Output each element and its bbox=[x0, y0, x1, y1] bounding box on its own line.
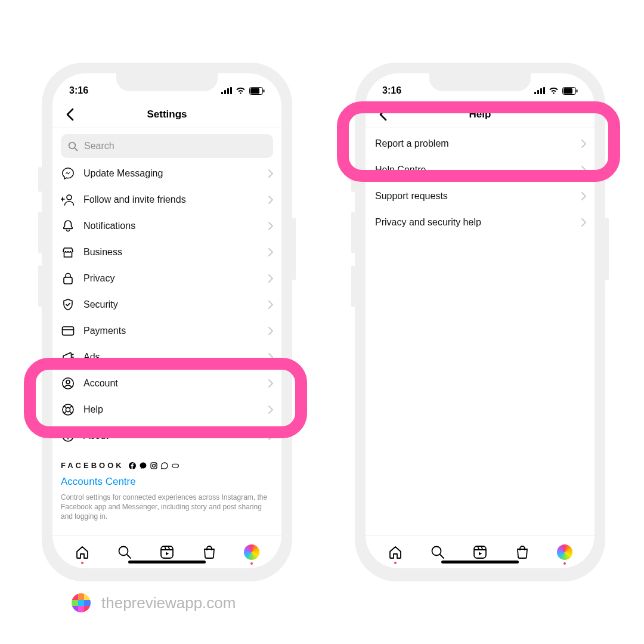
chevron-right-icon bbox=[581, 192, 586, 200]
search-input[interactable]: Search bbox=[61, 134, 273, 158]
svg-point-18 bbox=[67, 433, 69, 434]
row-label: Security bbox=[83, 299, 260, 310]
settings-row-update-messaging[interactable]: Update Messaging bbox=[61, 160, 273, 187]
svg-rect-36 bbox=[564, 88, 572, 94]
row-label: Ads bbox=[83, 352, 260, 363]
wifi-icon bbox=[549, 87, 559, 94]
tab-reels[interactable] bbox=[159, 544, 175, 561]
svg-rect-31 bbox=[534, 92, 536, 94]
svg-rect-5 bbox=[250, 88, 259, 94]
cellular-icon bbox=[534, 87, 545, 94]
svg-rect-0 bbox=[221, 92, 223, 94]
settings-content: Search Update Messaging Follow and invit… bbox=[52, 128, 281, 535]
svg-line-30 bbox=[168, 546, 170, 550]
profile-avatar-icon bbox=[244, 544, 259, 560]
svg-rect-2 bbox=[227, 88, 229, 94]
status-time: 3:16 bbox=[69, 85, 88, 96]
tab-home[interactable] bbox=[387, 544, 404, 561]
tab-profile[interactable] bbox=[556, 544, 573, 561]
svg-rect-21 bbox=[151, 462, 157, 468]
svg-line-26 bbox=[127, 555, 131, 558]
status-icons bbox=[221, 87, 265, 95]
help-row-privacy-security[interactable]: Privacy and security help bbox=[374, 209, 586, 236]
info-icon bbox=[61, 429, 75, 443]
row-label: Help bbox=[83, 404, 260, 415]
accounts-centre-description: Control settings for connected experienc… bbox=[61, 493, 273, 522]
settings-row-security[interactable]: Security bbox=[61, 292, 273, 318]
row-label: Help Centre bbox=[374, 165, 573, 175]
tab-search[interactable] bbox=[116, 544, 133, 561]
search-icon bbox=[117, 544, 132, 560]
chevron-left-icon bbox=[66, 108, 74, 121]
help-content: Report a problem Help Centre Support req… bbox=[366, 128, 595, 535]
row-label: Support requests bbox=[374, 191, 573, 202]
page-title: Settings bbox=[147, 109, 187, 120]
watermark: thepreviewapp.com bbox=[72, 593, 236, 612]
facebook-brand-icons bbox=[129, 462, 179, 469]
top-nav: Settings bbox=[52, 101, 281, 128]
page-title: Help bbox=[469, 109, 491, 120]
watermark-logo-icon bbox=[72, 593, 91, 612]
phone-mockup-left: 3:16 Settings Search bbox=[42, 63, 292, 581]
shop-icon bbox=[202, 544, 217, 560]
settings-row-business[interactable]: Business bbox=[61, 239, 273, 265]
svg-line-43 bbox=[481, 546, 483, 550]
tab-reels[interactable] bbox=[472, 544, 488, 561]
reels-icon bbox=[472, 544, 488, 560]
home-indicator bbox=[441, 561, 519, 564]
tab-shop[interactable] bbox=[514, 544, 531, 561]
help-row-help-centre[interactable]: Help Centre bbox=[374, 157, 586, 183]
svg-line-39 bbox=[440, 555, 444, 558]
help-row-report-problem[interactable]: Report a problem bbox=[374, 131, 586, 157]
settings-row-privacy[interactable]: Privacy bbox=[61, 265, 273, 292]
chevron-left-icon bbox=[379, 108, 387, 121]
row-label: Business bbox=[83, 247, 260, 258]
svg-point-25 bbox=[119, 546, 128, 555]
svg-point-16 bbox=[66, 407, 70, 411]
watermark-text: thepreviewapp.com bbox=[101, 594, 236, 612]
svg-point-22 bbox=[152, 464, 155, 467]
home-icon bbox=[388, 544, 403, 560]
settings-row-about[interactable]: About bbox=[61, 423, 273, 449]
chevron-right-icon bbox=[268, 196, 273, 204]
row-label: Follow and invite friends bbox=[83, 194, 260, 205]
lock-icon bbox=[61, 271, 75, 286]
tab-search[interactable] bbox=[429, 544, 446, 561]
settings-row-ads[interactable]: Ads bbox=[61, 344, 273, 370]
svg-rect-3 bbox=[230, 87, 232, 94]
settings-row-help[interactable]: Help bbox=[61, 397, 273, 423]
instagram-brand-icon bbox=[150, 462, 157, 469]
tab-shop[interactable] bbox=[201, 544, 218, 561]
user-circle-icon bbox=[61, 376, 75, 391]
settings-row-payments[interactable]: Payments bbox=[61, 318, 273, 344]
row-label: Privacy bbox=[83, 273, 260, 284]
row-label: Account bbox=[83, 378, 260, 389]
svg-point-9 bbox=[67, 195, 72, 200]
svg-rect-11 bbox=[63, 327, 74, 335]
card-icon bbox=[61, 324, 75, 338]
svg-point-14 bbox=[66, 380, 70, 384]
chevron-right-icon bbox=[268, 379, 273, 388]
back-button[interactable] bbox=[374, 106, 392, 123]
row-label: Notifications bbox=[83, 221, 260, 231]
settings-row-follow-invite[interactable]: Follow and invite friends bbox=[61, 187, 273, 213]
help-row-support-requests[interactable]: Support requests bbox=[374, 183, 586, 209]
settings-row-account[interactable]: Account bbox=[61, 370, 273, 397]
tab-profile[interactable] bbox=[243, 544, 260, 561]
row-label: Payments bbox=[83, 326, 260, 336]
svg-rect-27 bbox=[161, 546, 173, 558]
svg-line-29 bbox=[165, 546, 166, 550]
svg-rect-33 bbox=[540, 88, 542, 94]
status-icons bbox=[534, 87, 578, 95]
messenger-brand-icon bbox=[140, 462, 147, 469]
tab-home[interactable] bbox=[74, 544, 91, 561]
settings-row-notifications[interactable]: Notifications bbox=[61, 213, 273, 239]
back-button[interactable] bbox=[61, 106, 79, 123]
row-label: Privacy and security help bbox=[374, 217, 573, 228]
home-icon bbox=[75, 544, 90, 560]
chevron-right-icon bbox=[581, 218, 586, 227]
facebook-label: FACEBOOK bbox=[61, 461, 124, 470]
accounts-centre-link[interactable]: Accounts Centre bbox=[61, 476, 273, 488]
svg-rect-10 bbox=[64, 277, 72, 284]
chevron-right-icon bbox=[268, 353, 273, 361]
